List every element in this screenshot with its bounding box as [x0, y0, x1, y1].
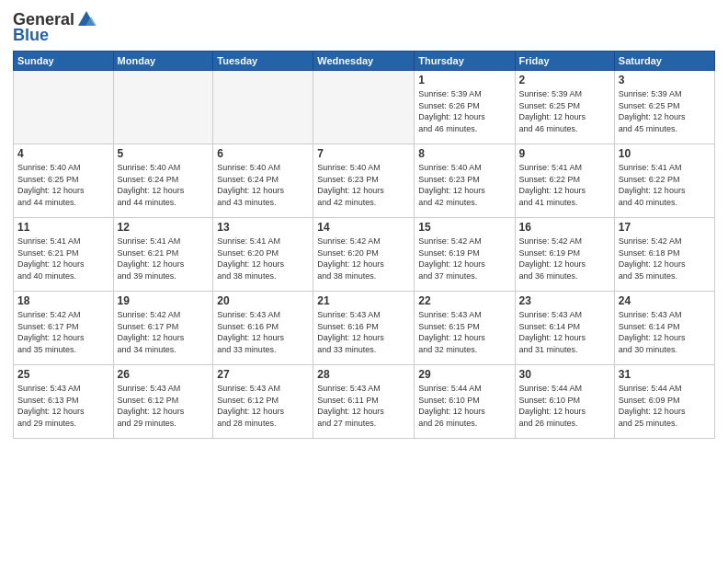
day-info: Sunrise: 5:42 AM Sunset: 6:20 PM Dayligh…	[317, 236, 410, 282]
calendar-cell: 31Sunrise: 5:44 AM Sunset: 6:09 PM Dayli…	[614, 365, 714, 439]
day-info: Sunrise: 5:43 AM Sunset: 6:12 PM Dayligh…	[118, 383, 210, 429]
day-info: Sunrise: 5:40 AM Sunset: 6:24 PM Dayligh…	[217, 162, 309, 208]
calendar-cell: 15Sunrise: 5:42 AM Sunset: 6:19 PM Dayli…	[415, 218, 515, 292]
day-number: 13	[217, 221, 309, 234]
calendar-cell: 22Sunrise: 5:43 AM Sunset: 6:15 PM Dayli…	[415, 292, 515, 365]
day-number: 23	[519, 294, 610, 307]
calendar-cell	[14, 71, 114, 144]
calendar-cell: 29Sunrise: 5:44 AM Sunset: 6:10 PM Dayli…	[415, 365, 515, 439]
day-header: Friday	[515, 52, 614, 71]
calendar-table: SundayMondayTuesdayWednesdayThursdayFrid…	[13, 51, 715, 439]
logo: General Blue	[13, 9, 97, 45]
day-number: 31	[619, 368, 711, 381]
day-number: 9	[519, 147, 610, 160]
calendar-cell: 1Sunrise: 5:39 AM Sunset: 6:26 PM Daylig…	[415, 71, 515, 144]
day-header: Saturday	[614, 52, 714, 71]
day-number: 19	[118, 294, 210, 307]
day-info: Sunrise: 5:43 AM Sunset: 6:13 PM Dayligh…	[17, 383, 109, 429]
day-number: 18	[17, 294, 109, 307]
day-info: Sunrise: 5:42 AM Sunset: 6:19 PM Dayligh…	[418, 236, 510, 282]
day-info: Sunrise: 5:39 AM Sunset: 6:26 PM Dayligh…	[418, 88, 510, 134]
calendar-cell: 23Sunrise: 5:43 AM Sunset: 6:14 PM Dayli…	[515, 292, 614, 365]
day-info: Sunrise: 5:44 AM Sunset: 6:10 PM Dayligh…	[519, 383, 610, 429]
calendar-cell: 2Sunrise: 5:39 AM Sunset: 6:25 PM Daylig…	[515, 71, 614, 144]
day-header: Thursday	[415, 52, 515, 71]
calendar-cell: 28Sunrise: 5:43 AM Sunset: 6:11 PM Dayli…	[313, 365, 415, 439]
day-info: Sunrise: 5:42 AM Sunset: 6:17 PM Dayligh…	[118, 309, 210, 355]
day-number: 21	[317, 294, 410, 307]
header-row: SundayMondayTuesdayWednesdayThursdayFrid…	[14, 52, 715, 71]
calendar-cell: 17Sunrise: 5:42 AM Sunset: 6:18 PM Dayli…	[614, 218, 714, 292]
logo-text-blue: Blue	[13, 26, 49, 45]
calendar-cell	[213, 71, 313, 144]
calendar-cell: 6Sunrise: 5:40 AM Sunset: 6:24 PM Daylig…	[213, 144, 313, 218]
calendar-cell: 24Sunrise: 5:43 AM Sunset: 6:14 PM Dayli…	[614, 292, 714, 365]
day-number: 14	[317, 221, 410, 234]
day-number: 4	[17, 147, 109, 160]
day-info: Sunrise: 5:41 AM Sunset: 6:21 PM Dayligh…	[17, 236, 109, 282]
day-info: Sunrise: 5:40 AM Sunset: 6:25 PM Dayligh…	[17, 162, 109, 208]
day-info: Sunrise: 5:43 AM Sunset: 6:16 PM Dayligh…	[217, 309, 309, 355]
day-header: Wednesday	[313, 52, 415, 71]
day-number: 6	[217, 147, 309, 160]
day-number: 27	[217, 368, 309, 381]
day-info: Sunrise: 5:43 AM Sunset: 6:11 PM Dayligh…	[317, 383, 410, 429]
day-number: 5	[118, 147, 210, 160]
calendar-cell: 11Sunrise: 5:41 AM Sunset: 6:21 PM Dayli…	[14, 218, 114, 292]
day-info: Sunrise: 5:43 AM Sunset: 6:14 PM Dayligh…	[619, 309, 711, 355]
calendar-cell: 18Sunrise: 5:42 AM Sunset: 6:17 PM Dayli…	[14, 292, 114, 365]
day-number: 12	[118, 221, 210, 234]
day-number: 17	[619, 221, 711, 234]
week-row: 25Sunrise: 5:43 AM Sunset: 6:13 PM Dayli…	[14, 365, 715, 439]
header: General Blue	[13, 9, 715, 45]
calendar-cell: 4Sunrise: 5:40 AM Sunset: 6:25 PM Daylig…	[14, 144, 114, 218]
day-number: 30	[519, 368, 610, 381]
day-info: Sunrise: 5:41 AM Sunset: 6:20 PM Dayligh…	[217, 236, 309, 282]
day-info: Sunrise: 5:43 AM Sunset: 6:15 PM Dayligh…	[418, 309, 510, 355]
calendar-cell: 10Sunrise: 5:41 AM Sunset: 6:22 PM Dayli…	[614, 144, 714, 218]
day-number: 20	[217, 294, 309, 307]
day-info: Sunrise: 5:40 AM Sunset: 6:23 PM Dayligh…	[418, 162, 510, 208]
week-row: 11Sunrise: 5:41 AM Sunset: 6:21 PM Dayli…	[14, 218, 715, 292]
day-number: 11	[17, 221, 109, 234]
calendar-cell: 12Sunrise: 5:41 AM Sunset: 6:21 PM Dayli…	[113, 218, 213, 292]
calendar-cell: 26Sunrise: 5:43 AM Sunset: 6:12 PM Dayli…	[113, 365, 213, 439]
day-header: Sunday	[14, 52, 114, 71]
day-header: Tuesday	[213, 52, 313, 71]
day-number: 15	[418, 221, 510, 234]
day-header: Monday	[113, 52, 213, 71]
calendar-cell: 14Sunrise: 5:42 AM Sunset: 6:20 PM Dayli…	[313, 218, 415, 292]
day-info: Sunrise: 5:43 AM Sunset: 6:16 PM Dayligh…	[317, 309, 410, 355]
calendar-cell: 3Sunrise: 5:39 AM Sunset: 6:25 PM Daylig…	[614, 71, 714, 144]
calendar-cell: 25Sunrise: 5:43 AM Sunset: 6:13 PM Dayli…	[14, 365, 114, 439]
day-info: Sunrise: 5:42 AM Sunset: 6:19 PM Dayligh…	[519, 236, 610, 282]
day-number: 2	[519, 74, 610, 86]
day-number: 1	[418, 74, 510, 86]
calendar-cell: 19Sunrise: 5:42 AM Sunset: 6:17 PM Dayli…	[113, 292, 213, 365]
day-info: Sunrise: 5:41 AM Sunset: 6:22 PM Dayligh…	[619, 162, 711, 208]
calendar-cell: 8Sunrise: 5:40 AM Sunset: 6:23 PM Daylig…	[415, 144, 515, 218]
day-number: 24	[619, 294, 711, 307]
day-info: Sunrise: 5:39 AM Sunset: 6:25 PM Dayligh…	[619, 88, 711, 134]
calendar-cell	[113, 71, 213, 144]
day-number: 28	[317, 368, 410, 381]
day-info: Sunrise: 5:41 AM Sunset: 6:22 PM Dayligh…	[519, 162, 610, 208]
day-number: 3	[619, 74, 711, 86]
day-number: 29	[418, 368, 510, 381]
calendar-cell: 27Sunrise: 5:43 AM Sunset: 6:12 PM Dayli…	[213, 365, 313, 439]
day-info: Sunrise: 5:39 AM Sunset: 6:25 PM Dayligh…	[519, 88, 610, 134]
calendar-cell: 16Sunrise: 5:42 AM Sunset: 6:19 PM Dayli…	[515, 218, 614, 292]
day-number: 22	[418, 294, 510, 307]
day-info: Sunrise: 5:40 AM Sunset: 6:23 PM Dayligh…	[317, 162, 410, 208]
day-info: Sunrise: 5:44 AM Sunset: 6:09 PM Dayligh…	[619, 383, 711, 429]
week-row: 4Sunrise: 5:40 AM Sunset: 6:25 PM Daylig…	[14, 144, 715, 218]
day-info: Sunrise: 5:41 AM Sunset: 6:21 PM Dayligh…	[118, 236, 210, 282]
day-number: 26	[118, 368, 210, 381]
calendar-cell: 30Sunrise: 5:44 AM Sunset: 6:10 PM Dayli…	[515, 365, 614, 439]
day-number: 25	[17, 368, 109, 381]
calendar-cell: 9Sunrise: 5:41 AM Sunset: 6:22 PM Daylig…	[515, 144, 614, 218]
day-info: Sunrise: 5:43 AM Sunset: 6:12 PM Dayligh…	[217, 383, 309, 429]
calendar-cell	[313, 71, 415, 144]
calendar-cell: 7Sunrise: 5:40 AM Sunset: 6:23 PM Daylig…	[313, 144, 415, 218]
logo-icon	[76, 9, 97, 29]
